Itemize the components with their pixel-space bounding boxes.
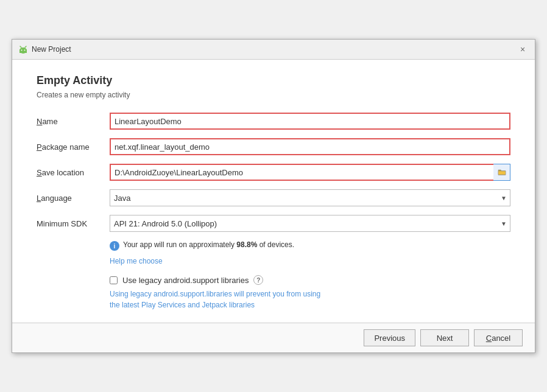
close-button[interactable]: × [517, 43, 529, 55]
min-sdk-select[interactable]: API 16: Android 4.1 (Jelly Bean) API 21:… [110, 215, 510, 232]
section-subtitle: Creates a new empty activity [37, 91, 510, 99]
min-sdk-row: Minimum SDK API 16: Android 4.1 (Jelly B… [37, 215, 510, 232]
svg-point-3 [24, 50, 26, 51]
language-select[interactable]: Java Kotlin [110, 189, 510, 206]
legacy-help-icon[interactable]: ? [253, 275, 263, 285]
name-label: Name [37, 117, 110, 126]
info-row: i Your app will run on approximately 98.… [110, 240, 510, 251]
svg-rect-6 [498, 171, 506, 175]
package-label: Package name [37, 142, 110, 152]
browse-button[interactable] [493, 164, 510, 181]
language-select-wrapper: Java Kotlin ▼ [110, 189, 510, 206]
svg-line-5 [25, 46, 26, 47]
min-sdk-select-wrapper: API 16: Android 4.1 (Jelly Bean) API 21:… [110, 215, 510, 232]
name-row: Name [37, 113, 510, 130]
info-text: Your app will run on approximately 98.8%… [123, 240, 294, 249]
dialog-content: Empty Activity Creates a new empty activ… [12, 60, 535, 323]
name-input[interactable] [110, 113, 510, 130]
svg-line-4 [20, 46, 21, 47]
cancel-button[interactable]: Cancel [474, 329, 523, 346]
android-icon [18, 44, 28, 54]
folder-icon [498, 169, 506, 176]
help-me-choose-link[interactable]: Help me choose [110, 257, 510, 265]
use-legacy-checkbox[interactable] [110, 276, 118, 284]
new-project-dialog: New Project × Empty Activity Creates a n… [12, 39, 535, 353]
package-row: Package name [37, 138, 510, 155]
language-label: Language [37, 194, 110, 203]
info-icon: i [110, 241, 119, 251]
section-title: Empty Activity [37, 74, 510, 87]
legacy-description: Using legacy android.support.libraries w… [110, 289, 510, 310]
use-legacy-label: Use legacy android.support libraries [122, 276, 249, 285]
save-location-row: Save location [37, 164, 510, 181]
title-bar-left: New Project [18, 44, 71, 54]
dialog-footer: Previous Next Cancel [12, 323, 535, 352]
min-sdk-label: Minimum SDK [37, 219, 110, 228]
use-legacy-row: Use legacy android.support libraries ? [110, 275, 510, 285]
svg-point-2 [21, 50, 23, 51]
save-location-label: Save location [37, 168, 110, 177]
next-button[interactable]: Next [420, 329, 469, 346]
previous-button[interactable]: Previous [364, 329, 415, 346]
language-row: Language Java Kotlin ▼ [37, 189, 510, 206]
save-location-input[interactable] [110, 164, 493, 181]
save-location-input-group [110, 164, 510, 181]
svg-rect-1 [19, 49, 27, 53]
title-bar: New Project × [12, 40, 535, 60]
dialog-title: New Project [32, 45, 71, 54]
package-input[interactable] [110, 138, 510, 155]
